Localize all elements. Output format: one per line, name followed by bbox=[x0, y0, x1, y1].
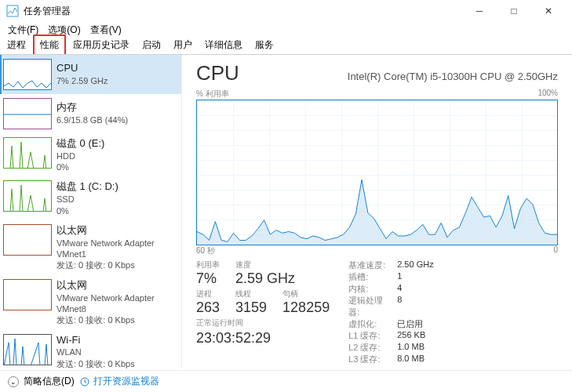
info-key: 插槽: bbox=[348, 271, 392, 283]
item-title: 磁盘 0 (E:) bbox=[56, 137, 104, 151]
thumbnail-chart bbox=[3, 180, 52, 212]
cpu-model: Intel(R) Core(TM) i5-10300H CPU @ 2.50GH… bbox=[348, 71, 558, 82]
info-value: 1.0 MB bbox=[397, 342, 424, 354]
tab-services[interactable]: 服务 bbox=[250, 36, 279, 54]
tab-performance[interactable]: 性能 bbox=[33, 34, 66, 54]
info-key: L3 缓存: bbox=[348, 354, 392, 365]
menu-bar: 文件(F) 选项(O) 查看(V) bbox=[0, 22, 572, 38]
sidebar-item-mem-1[interactable]: 内存6.9/15.8 GB (44%) bbox=[0, 94, 181, 133]
stat-value: 7% bbox=[196, 270, 220, 287]
stat-label: 线程 bbox=[235, 289, 267, 299]
menu-view[interactable]: 查看(V) bbox=[86, 24, 126, 37]
chart-x-left: 60 秒 bbox=[196, 245, 215, 256]
thumbnail-chart bbox=[3, 137, 52, 169]
thumbnail-chart bbox=[3, 334, 52, 365]
sidebar-item-net-4[interactable]: 以太网VMware Network Adapter VMnet1发送: 0 接收… bbox=[0, 220, 181, 275]
sidebar-item-wifi-6[interactable]: Wi-FiWLAN发送: 0 接收: 0 Kbps bbox=[0, 330, 181, 368]
chart-y-label: % 利用率 bbox=[196, 89, 229, 100]
thumbnail-chart bbox=[3, 98, 52, 129]
stat-label: 利用率 bbox=[196, 260, 220, 270]
stat-label: 进程 bbox=[196, 289, 220, 299]
item-line1: VMware Network Adapter VMnet8 bbox=[56, 292, 175, 315]
info-value: 256 KB bbox=[397, 330, 425, 342]
item-line1: HDD bbox=[56, 151, 104, 162]
uptime-value: 23:03:52:29 bbox=[196, 330, 330, 347]
thumbnail-chart bbox=[3, 279, 52, 310]
item-line2: 发送: 0 接收: 0 Kbps bbox=[56, 314, 175, 325]
info-value: 1 bbox=[397, 271, 402, 283]
thumbnail-chart bbox=[3, 224, 52, 256]
uptime-label: 正常运行时间 bbox=[196, 318, 330, 328]
tab-details[interactable]: 详细信息 bbox=[199, 36, 248, 54]
stat-value: 263 bbox=[196, 299, 220, 316]
tab-strip: 进程 性能 应用历史记录 启动 用户 详细信息 服务 bbox=[0, 38, 572, 55]
chart-y-max: 100% bbox=[537, 89, 558, 100]
item-line1: WLAN bbox=[56, 347, 135, 358]
sidebar-item-disk-2[interactable]: 磁盘 0 (E:)HDD0% bbox=[0, 133, 181, 176]
chevron-down-icon[interactable]: ⌄ bbox=[8, 376, 19, 387]
item-title: CPU bbox=[56, 62, 107, 75]
sidebar-item-cpu-0[interactable]: CPU7% 2.59 GHz bbox=[0, 55, 181, 94]
sidebar: CPU7% 2.59 GHz内存6.9/15.8 GB (44%)磁盘 0 (E… bbox=[0, 55, 182, 368]
main-panel: CPU Intel(R) Core(TM) i5-10300H CPU @ 2.… bbox=[182, 55, 572, 368]
stat-value: 128259 bbox=[282, 299, 330, 316]
item-line1: SSD bbox=[56, 194, 118, 205]
item-line2: 发送: 0 接收: 0 Kbps bbox=[56, 260, 175, 270]
item-title: Wi-Fi bbox=[56, 334, 135, 347]
stat-label: 句柄 bbox=[282, 289, 330, 299]
window-title: 任务管理器 bbox=[24, 5, 71, 18]
fewer-details-button[interactable]: 简略信息(D) bbox=[24, 375, 75, 388]
open-resource-monitor-link[interactable]: 打开资源监视器 bbox=[79, 375, 159, 388]
info-key: L2 缓存: bbox=[348, 342, 392, 354]
info-value: 4 bbox=[397, 283, 402, 295]
info-value: 8 bbox=[397, 295, 402, 318]
stat-label: 速度 bbox=[235, 260, 295, 270]
item-title: 磁盘 1 (C: D:) bbox=[56, 180, 118, 194]
cpu-info-table: 基准速度:2.50 GHz插槽:1内核:4逻辑处理器:8虚拟化:已启用L1 缓存… bbox=[348, 260, 433, 365]
resource-monitor-icon bbox=[79, 376, 90, 387]
item-title: 以太网 bbox=[56, 224, 175, 238]
close-button[interactable]: ✕ bbox=[531, 0, 566, 22]
stat-value: 3159 bbox=[235, 299, 267, 316]
info-key: 逻辑处理器: bbox=[348, 295, 392, 318]
tab-app-history[interactable]: 应用历史记录 bbox=[67, 36, 135, 54]
info-key: 基准速度: bbox=[348, 260, 392, 271]
item-title: 内存 bbox=[56, 101, 128, 114]
title-bar: 任务管理器 ─ □ ✕ bbox=[0, 0, 572, 22]
page-title: CPU bbox=[196, 61, 239, 85]
info-key: 虚拟化: bbox=[348, 318, 392, 330]
stat-value: 2.59 GHz bbox=[235, 270, 295, 287]
item-line1: 6.9/15.8 GB (44%) bbox=[56, 114, 128, 125]
info-value: 8.0 MB bbox=[397, 354, 424, 365]
item-line2: 发送: 0 接收: 0 Kbps bbox=[56, 358, 135, 368]
maximize-button[interactable]: □ bbox=[497, 0, 531, 22]
minimize-button[interactable]: ─ bbox=[462, 0, 497, 22]
info-value: 2.50 GHz bbox=[397, 260, 433, 271]
sidebar-item-net-5[interactable]: 以太网VMware Network Adapter VMnet8发送: 0 接收… bbox=[0, 275, 181, 330]
info-key: 内核: bbox=[348, 283, 392, 295]
task-manager-icon bbox=[6, 5, 19, 17]
item-line2: 0% bbox=[56, 162, 104, 172]
tab-startup[interactable]: 启动 bbox=[137, 36, 166, 54]
tab-processes[interactable]: 进程 bbox=[2, 36, 31, 54]
item-line1: VMware Network Adapter VMnet1 bbox=[56, 238, 175, 260]
item-line1: 7% 2.59 GHz bbox=[56, 75, 107, 86]
info-key: L1 缓存: bbox=[348, 330, 392, 342]
thumbnail-chart bbox=[3, 59, 52, 90]
info-value: 已启用 bbox=[397, 318, 423, 330]
sidebar-item-disk-3[interactable]: 磁盘 1 (C: D:)SSD0% bbox=[0, 176, 181, 220]
item-title: 以太网 bbox=[56, 279, 175, 292]
tab-users[interactable]: 用户 bbox=[168, 36, 198, 54]
cpu-utilization-chart bbox=[196, 100, 558, 245]
chart-x-right: 0 bbox=[553, 245, 558, 256]
footer: ⌄ 简略信息(D) 打开资源监视器 bbox=[0, 370, 572, 392]
item-line2: 0% bbox=[56, 205, 118, 216]
